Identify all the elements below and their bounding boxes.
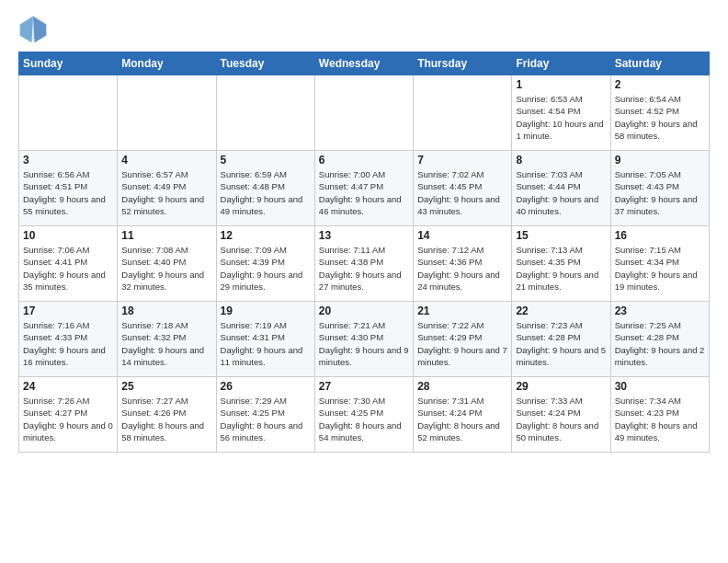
calendar-cell: 13Sunrise: 7:11 AM Sunset: 4:38 PM Dayli… (314, 226, 413, 302)
calendar-cell: 3Sunrise: 6:56 AM Sunset: 4:51 PM Daylig… (19, 151, 118, 226)
weekday-header: Sunday (19, 52, 118, 75)
weekday-header: Monday (118, 52, 216, 75)
calendar-cell: 21Sunrise: 7:22 AM Sunset: 4:29 PM Dayli… (414, 302, 512, 377)
day-info: Sunrise: 7:11 AM Sunset: 4:38 PM Dayligh… (319, 244, 409, 293)
day-info: Sunrise: 7:09 AM Sunset: 4:39 PM Dayligh… (221, 244, 311, 293)
page: SundayMondayTuesdayWednesdayThursdayFrid… (0, 0, 728, 563)
calendar-week-row: 10Sunrise: 7:06 AM Sunset: 4:41 PM Dayli… (19, 226, 710, 302)
day-info: Sunrise: 7:33 AM Sunset: 4:24 PM Dayligh… (516, 395, 606, 443)
day-info: Sunrise: 7:02 AM Sunset: 4:45 PM Dayligh… (417, 168, 507, 217)
calendar: SundayMondayTuesdayWednesdayThursdayFrid… (18, 52, 710, 453)
day-number: 13 (319, 229, 409, 242)
calendar-cell: 9Sunrise: 7:05 AM Sunset: 4:43 PM Daylig… (610, 151, 709, 226)
day-info: Sunrise: 7:19 AM Sunset: 4:31 PM Dayligh… (221, 319, 311, 368)
day-number: 21 (417, 304, 507, 317)
day-number: 14 (417, 229, 507, 242)
day-number: 1 (516, 78, 606, 91)
calendar-week-row: 3Sunrise: 6:56 AM Sunset: 4:51 PM Daylig… (19, 151, 710, 226)
day-number: 5 (221, 154, 311, 167)
svg-marker-1 (33, 17, 46, 43)
day-number: 28 (417, 380, 507, 393)
day-info: Sunrise: 7:08 AM Sunset: 4:40 PM Dayligh… (121, 244, 211, 293)
day-number: 9 (615, 154, 705, 167)
weekday-header: Tuesday (216, 52, 314, 75)
calendar-cell: 15Sunrise: 7:13 AM Sunset: 4:35 PM Dayli… (512, 226, 610, 302)
calendar-week-row: 24Sunrise: 7:26 AM Sunset: 4:27 PM Dayli… (19, 377, 710, 453)
day-number: 17 (23, 304, 113, 317)
day-info: Sunrise: 7:13 AM Sunset: 4:35 PM Dayligh… (516, 244, 606, 293)
calendar-cell: 8Sunrise: 7:03 AM Sunset: 4:44 PM Daylig… (512, 151, 610, 226)
weekday-header: Thursday (414, 52, 512, 75)
calendar-cell: 24Sunrise: 7:26 AM Sunset: 4:27 PM Dayli… (19, 377, 118, 453)
day-info: Sunrise: 7:34 AM Sunset: 4:23 PM Dayligh… (615, 395, 705, 443)
calendar-week-row: 1Sunrise: 6:53 AM Sunset: 4:54 PM Daylig… (19, 75, 710, 151)
day-number: 8 (516, 154, 606, 167)
day-info: Sunrise: 7:29 AM Sunset: 4:25 PM Dayligh… (221, 395, 311, 443)
header (18, 15, 710, 44)
day-number: 2 (615, 78, 705, 91)
day-info: Sunrise: 7:05 AM Sunset: 4:43 PM Dayligh… (615, 168, 705, 217)
weekday-header: Wednesday (314, 52, 413, 75)
calendar-cell: 17Sunrise: 7:16 AM Sunset: 4:33 PM Dayli… (19, 302, 118, 377)
calendar-cell: 10Sunrise: 7:06 AM Sunset: 4:41 PM Dayli… (19, 226, 118, 302)
day-info: Sunrise: 7:23 AM Sunset: 4:28 PM Dayligh… (516, 319, 606, 368)
day-number: 4 (121, 154, 211, 167)
day-number: 7 (417, 154, 507, 167)
day-number: 24 (23, 380, 113, 393)
calendar-cell: 5Sunrise: 6:59 AM Sunset: 4:48 PM Daylig… (216, 151, 314, 226)
day-number: 16 (615, 229, 705, 242)
day-number: 30 (615, 380, 705, 393)
calendar-cell: 28Sunrise: 7:31 AM Sunset: 4:24 PM Dayli… (414, 377, 512, 453)
calendar-week-row: 17Sunrise: 7:16 AM Sunset: 4:33 PM Dayli… (19, 302, 710, 377)
day-info: Sunrise: 7:31 AM Sunset: 4:24 PM Dayligh… (417, 395, 507, 443)
day-number: 20 (319, 304, 409, 317)
calendar-cell: 29Sunrise: 7:33 AM Sunset: 4:24 PM Dayli… (512, 377, 610, 453)
calendar-cell (19, 75, 118, 151)
calendar-cell: 27Sunrise: 7:30 AM Sunset: 4:25 PM Dayli… (314, 377, 413, 453)
calendar-cell: 19Sunrise: 7:19 AM Sunset: 4:31 PM Dayli… (216, 302, 314, 377)
calendar-cell: 11Sunrise: 7:08 AM Sunset: 4:40 PM Dayli… (118, 226, 216, 302)
day-number: 29 (516, 380, 606, 393)
calendar-header-row: SundayMondayTuesdayWednesdayThursdayFrid… (19, 52, 710, 75)
day-info: Sunrise: 7:18 AM Sunset: 4:32 PM Dayligh… (121, 319, 211, 368)
calendar-cell: 20Sunrise: 7:21 AM Sunset: 4:30 PM Dayli… (314, 302, 413, 377)
day-info: Sunrise: 7:15 AM Sunset: 4:34 PM Dayligh… (615, 244, 705, 293)
day-number: 25 (121, 380, 211, 393)
calendar-cell (314, 75, 413, 151)
calendar-cell: 30Sunrise: 7:34 AM Sunset: 4:23 PM Dayli… (610, 377, 709, 453)
day-number: 26 (221, 380, 311, 393)
day-info: Sunrise: 7:30 AM Sunset: 4:25 PM Dayligh… (319, 395, 409, 443)
day-info: Sunrise: 7:27 AM Sunset: 4:26 PM Dayligh… (121, 395, 211, 443)
calendar-cell: 16Sunrise: 7:15 AM Sunset: 4:34 PM Dayli… (610, 226, 709, 302)
day-info: Sunrise: 6:57 AM Sunset: 4:49 PM Dayligh… (121, 168, 211, 217)
day-number: 11 (121, 229, 211, 242)
logo (18, 15, 51, 44)
calendar-cell: 25Sunrise: 7:27 AM Sunset: 4:26 PM Dayli… (118, 377, 216, 453)
day-info: Sunrise: 7:26 AM Sunset: 4:27 PM Dayligh… (23, 395, 113, 443)
day-number: 10 (23, 229, 113, 242)
day-number: 18 (121, 304, 211, 317)
day-info: Sunrise: 6:56 AM Sunset: 4:51 PM Dayligh… (23, 168, 113, 217)
day-info: Sunrise: 6:54 AM Sunset: 4:52 PM Dayligh… (615, 93, 705, 142)
day-info: Sunrise: 7:22 AM Sunset: 4:29 PM Dayligh… (417, 319, 507, 368)
day-number: 19 (221, 304, 311, 317)
calendar-cell: 18Sunrise: 7:18 AM Sunset: 4:32 PM Dayli… (118, 302, 216, 377)
calendar-cell: 2Sunrise: 6:54 AM Sunset: 4:52 PM Daylig… (610, 75, 709, 151)
day-info: Sunrise: 7:06 AM Sunset: 4:41 PM Dayligh… (23, 244, 113, 293)
calendar-cell: 26Sunrise: 7:29 AM Sunset: 4:25 PM Dayli… (216, 377, 314, 453)
day-info: Sunrise: 6:53 AM Sunset: 4:54 PM Dayligh… (516, 93, 606, 142)
day-info: Sunrise: 7:16 AM Sunset: 4:33 PM Dayligh… (23, 319, 113, 368)
weekday-header: Saturday (610, 52, 709, 75)
day-number: 3 (23, 154, 113, 167)
calendar-cell: 14Sunrise: 7:12 AM Sunset: 4:36 PM Dayli… (414, 226, 512, 302)
day-info: Sunrise: 7:12 AM Sunset: 4:36 PM Dayligh… (417, 244, 507, 293)
calendar-cell: 23Sunrise: 7:25 AM Sunset: 4:28 PM Dayli… (610, 302, 709, 377)
calendar-cell: 22Sunrise: 7:23 AM Sunset: 4:28 PM Dayli… (512, 302, 610, 377)
calendar-cell: 7Sunrise: 7:02 AM Sunset: 4:45 PM Daylig… (414, 151, 512, 226)
calendar-cell (414, 75, 512, 151)
svg-marker-2 (20, 17, 33, 43)
calendar-cell: 6Sunrise: 7:00 AM Sunset: 4:47 PM Daylig… (314, 151, 413, 226)
day-number: 15 (516, 229, 606, 242)
calendar-cell (216, 75, 314, 151)
calendar-cell: 1Sunrise: 6:53 AM Sunset: 4:54 PM Daylig… (512, 75, 610, 151)
